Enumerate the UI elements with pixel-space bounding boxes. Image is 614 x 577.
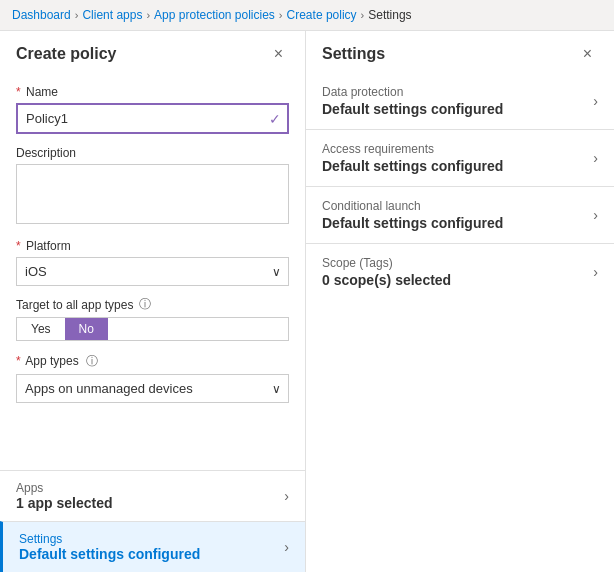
breadcrumb-sep-2: ›: [146, 9, 150, 21]
app-types-label-text: App types ⓘ: [25, 354, 98, 368]
description-textarea[interactable]: [16, 164, 289, 224]
scope-tags-title: Scope (Tags): [322, 256, 451, 270]
scope-tags-value: 0 scope(s) selected: [322, 272, 451, 288]
left-panel-content: * Name ✓ Description * Platform iOS Andr…: [0, 73, 305, 470]
description-textarea-wrapper: [16, 164, 289, 227]
data-protection-item[interactable]: Data protection Default settings configu…: [306, 73, 614, 130]
settings-nav-item[interactable]: Settings Default settings configured ›: [0, 521, 305, 572]
app-types-select-wrapper: Apps on unmanaged devices All apps ∨: [16, 374, 289, 403]
left-panel-title: Create policy: [16, 45, 116, 63]
apps-nav-chevron-icon: ›: [284, 488, 289, 504]
settings-nav-left: Settings Default settings configured: [19, 532, 200, 562]
target-label: Target to all app types: [16, 298, 133, 312]
access-requirements-chevron-icon: ›: [593, 150, 598, 166]
access-requirements-title: Access requirements: [322, 142, 503, 156]
breadcrumb-sep-3: ›: [279, 9, 283, 21]
left-panel-close-button[interactable]: ×: [268, 43, 289, 65]
main-layout: Create policy × * Name ✓ Description * P…: [0, 31, 614, 572]
settings-nav-value: Default settings configured: [19, 546, 200, 562]
left-panel: Create policy × * Name ✓ Description * P…: [0, 31, 306, 572]
name-input[interactable]: [16, 103, 289, 134]
right-panel-title: Settings: [322, 45, 385, 63]
target-info-icon: ⓘ: [139, 296, 151, 313]
toggle-yes-button[interactable]: Yes: [17, 318, 65, 340]
breadcrumb-sep-4: ›: [361, 9, 365, 21]
apps-nav-item[interactable]: Apps 1 app selected ›: [0, 470, 305, 521]
right-panel-header: Settings ×: [306, 31, 614, 73]
breadcrumb: Dashboard › Client apps › App protection…: [0, 0, 614, 31]
breadcrumb-settings: Settings: [368, 8, 411, 22]
app-types-label: * App types ⓘ: [16, 353, 289, 370]
right-panel-close-button[interactable]: ×: [577, 43, 598, 65]
conditional-launch-left: Conditional launch Default settings conf…: [322, 199, 503, 231]
name-checkmark-icon: ✓: [269, 111, 281, 127]
breadcrumb-app-protection[interactable]: App protection policies: [154, 8, 275, 22]
settings-nav-title: Settings: [19, 532, 200, 546]
platform-select[interactable]: iOS Android: [16, 257, 289, 286]
conditional-launch-item[interactable]: Conditional launch Default settings conf…: [306, 187, 614, 244]
breadcrumb-dashboard[interactable]: Dashboard: [12, 8, 71, 22]
data-protection-title: Data protection: [322, 85, 503, 99]
name-label: * Name: [16, 85, 289, 99]
conditional-launch-chevron-icon: ›: [593, 207, 598, 223]
target-toggle-row: Target to all app types ⓘ Yes No: [16, 296, 289, 341]
settings-nav-chevron-icon: ›: [284, 539, 289, 555]
breadcrumb-sep-1: ›: [75, 9, 79, 21]
scope-tags-chevron-icon: ›: [593, 264, 598, 280]
toggle-no-button[interactable]: No: [65, 318, 108, 340]
target-toggle-group: Yes No: [16, 317, 289, 341]
description-label: Description: [16, 146, 289, 160]
apps-nav-value: 1 app selected: [16, 495, 113, 511]
apps-nav-left: Apps 1 app selected: [16, 481, 113, 511]
app-types-required-star: *: [16, 354, 21, 368]
data-protection-chevron-icon: ›: [593, 93, 598, 109]
data-protection-left: Data protection Default settings configu…: [322, 85, 503, 117]
access-requirements-left: Access requirements Default settings con…: [322, 142, 503, 174]
left-panel-header: Create policy ×: [0, 31, 305, 73]
target-label-row: Target to all app types ⓘ: [16, 296, 289, 313]
platform-required-star: *: [16, 239, 21, 253]
conditional-launch-title: Conditional launch: [322, 199, 503, 213]
scope-tags-item[interactable]: Scope (Tags) 0 scope(s) selected ›: [306, 244, 614, 300]
apps-nav-title: Apps: [16, 481, 113, 495]
access-requirements-value: Default settings configured: [322, 158, 503, 174]
scope-tags-left: Scope (Tags) 0 scope(s) selected: [322, 256, 451, 288]
data-protection-value: Default settings configured: [322, 101, 503, 117]
right-panel: Settings × Data protection Default setti…: [306, 31, 614, 572]
breadcrumb-create-policy[interactable]: Create policy: [287, 8, 357, 22]
name-required-star: *: [16, 85, 21, 99]
name-input-wrapper: ✓: [16, 103, 289, 134]
access-requirements-item[interactable]: Access requirements Default settings con…: [306, 130, 614, 187]
platform-label: * Platform: [16, 239, 289, 253]
platform-select-wrapper: iOS Android ∨: [16, 257, 289, 286]
app-types-info-icon: ⓘ: [86, 354, 98, 368]
app-types-select[interactable]: Apps on unmanaged devices All apps: [16, 374, 289, 403]
conditional-launch-value: Default settings configured: [322, 215, 503, 231]
breadcrumb-client-apps[interactable]: Client apps: [82, 8, 142, 22]
